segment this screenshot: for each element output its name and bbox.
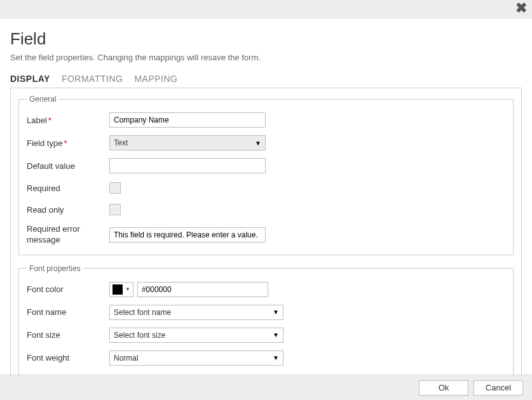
font-size-select[interactable]: Select font size ▼ <box>109 328 283 343</box>
font-name-select[interactable]: Select font name ▼ <box>109 305 283 320</box>
default-value-input[interactable] <box>109 158 266 173</box>
chevron-down-icon: ▼ <box>273 309 279 316</box>
tab-panel-display: General Label* Field type* Text ▼ <box>10 88 522 390</box>
label-font-name: Font name <box>27 307 109 317</box>
dialog-body: Field Set the field properties. Changing… <box>0 19 532 390</box>
chevron-down-icon: ▼ <box>255 140 261 147</box>
label-default-value: Default value <box>27 161 109 171</box>
tab-mapping[interactable]: MAPPING <box>134 74 177 84</box>
close-icon[interactable]: ✖ <box>515 1 527 15</box>
cancel-button[interactable]: Cancel <box>474 380 523 396</box>
tab-formatting[interactable]: FORMATTING <box>62 74 123 84</box>
read-only-checkbox[interactable] <box>109 204 121 215</box>
dialog-title: Field <box>10 29 522 49</box>
label-font-weight: Font weight <box>27 353 109 363</box>
color-swatch-icon <box>113 284 123 295</box>
dialog-subtitle: Set the field properties. Changing the m… <box>10 53 522 62</box>
tab-display[interactable]: DISPLAY <box>10 74 50 84</box>
dialog-header: ✖ <box>0 0 532 19</box>
label-required-error: Required error message <box>27 224 109 246</box>
chevron-down-icon: ▼ <box>125 286 130 292</box>
field-type-select[interactable]: Text ▼ <box>109 135 266 150</box>
label-required: Required <box>27 183 109 193</box>
ok-button[interactable]: Ok <box>419 380 468 396</box>
font-color-input[interactable] <box>137 282 268 297</box>
label-font-size: Font size <box>27 330 109 340</box>
chevron-down-icon: ▼ <box>273 331 279 338</box>
dialog-footer: Ok Cancel <box>0 375 532 400</box>
group-font-legend: Font properties <box>27 264 83 273</box>
group-general-legend: General <box>27 95 59 103</box>
font-color-picker[interactable]: ▼ <box>109 282 133 297</box>
required-checkbox[interactable] <box>109 182 121 194</box>
label-label: Label* <box>27 116 109 125</box>
label-field-type: Field type* <box>27 138 109 148</box>
font-weight-select[interactable]: Normal ▼ <box>109 350 283 366</box>
group-font: Font properties Font color ▼ Font name S… <box>18 264 514 375</box>
required-error-input[interactable] <box>109 227 266 243</box>
label-read-only: Read only <box>27 205 109 215</box>
group-general: General Label* Field type* Text ▼ <box>18 95 514 255</box>
tab-bar: DISPLAY FORMATTING MAPPING <box>10 74 522 84</box>
label-input[interactable] <box>109 112 266 128</box>
chevron-down-icon: ▼ <box>273 354 279 361</box>
label-font-color: Font color <box>27 284 109 294</box>
